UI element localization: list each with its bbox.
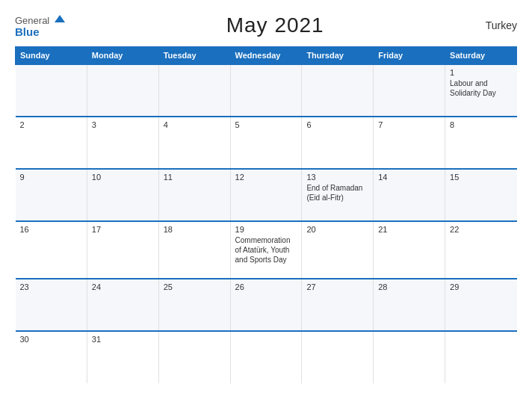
day-number: 2 — [20, 120, 82, 129]
calendar-cell: 14 — [374, 169, 445, 221]
day-number: 23 — [20, 282, 82, 291]
day-number: 7 — [378, 120, 440, 129]
day-number: 26 — [235, 282, 297, 291]
event-label: End of Ramadan (Eid al-Fitr) — [306, 184, 362, 202]
calendar-cell: 7 — [374, 117, 445, 169]
calendar-cell: 13End of Ramadan (Eid al-Fitr) — [302, 169, 374, 221]
calendar-cell: 27 — [302, 279, 374, 331]
day-number: 30 — [20, 335, 82, 344]
day-number: 11 — [164, 173, 226, 182]
calendar-cell: 29 — [445, 279, 517, 331]
calendar-cell — [445, 331, 517, 383]
weekday-header: Friday — [374, 47, 445, 65]
day-number: 6 — [306, 120, 368, 129]
calendar-title: May 2021 — [226, 13, 324, 37]
day-number: 1 — [450, 68, 512, 77]
weekday-header: Wednesday — [230, 47, 302, 65]
calendar-cell: 30 — [16, 331, 87, 383]
calendar-cell: 17 — [87, 221, 158, 279]
day-number: 25 — [164, 282, 226, 291]
day-number: 22 — [450, 225, 512, 234]
calendar-cell: 6 — [302, 117, 374, 169]
calendar-cell: 15 — [445, 169, 517, 221]
day-number: 8 — [450, 120, 512, 129]
weekday-header: Thursday — [302, 47, 374, 65]
calendar-cell — [230, 331, 302, 383]
logo-triangle-icon — [55, 15, 65, 22]
calendar-week-row: 1Labour and Solidarity Day — [16, 64, 517, 117]
weekday-header: Sunday — [16, 47, 87, 65]
day-number: 10 — [92, 173, 154, 182]
calendar-cell: 3 — [87, 117, 158, 169]
day-number: 13 — [306, 173, 368, 182]
calendar-table: SundayMondayTuesdayWednesdayThursdayFrid… — [15, 46, 517, 383]
calendar-cell: 18 — [158, 221, 230, 279]
calendar-cell — [158, 331, 230, 383]
day-number: 17 — [92, 225, 154, 234]
calendar-header: SundayMondayTuesdayWednesdayThursdayFrid… — [16, 47, 517, 65]
calendar-week-row: 910111213End of Ramadan (Eid al-Fitr)141… — [16, 169, 517, 221]
day-number: 31 — [92, 335, 154, 344]
calendar-week-row: 3031 — [16, 331, 517, 383]
calendar-cell: 21 — [374, 221, 445, 279]
calendar-cell: 20 — [302, 221, 374, 279]
header: General Blue May 2021 Turkey — [15, 13, 517, 37]
day-number: 3 — [92, 120, 154, 129]
day-number: 18 — [164, 225, 226, 234]
calendar-cell: 8 — [445, 117, 517, 169]
day-number: 15 — [450, 173, 512, 182]
calendar-cell — [230, 64, 302, 117]
calendar-cell: 23 — [16, 279, 87, 331]
calendar-week-row: 23242526272829 — [16, 279, 517, 331]
calendar-cell — [16, 64, 87, 117]
weekday-header: Tuesday — [158, 47, 230, 65]
calendar-cell — [302, 331, 374, 383]
calendar-cell: 1Labour and Solidarity Day — [445, 64, 517, 117]
day-number: 14 — [378, 173, 440, 182]
day-number: 24 — [92, 282, 154, 291]
calendar-cell — [302, 64, 374, 117]
logo-general: General — [15, 14, 65, 26]
event-label: Commemoration of Atatürk, Youth and Spor… — [235, 236, 291, 264]
day-number: 9 — [20, 173, 82, 182]
calendar-cell — [87, 64, 158, 117]
calendar-cell: 9 — [16, 169, 87, 221]
day-number: 16 — [20, 225, 82, 234]
calendar-week-row: 16171819Commemoration of Atatürk, Youth … — [16, 221, 517, 279]
calendar-cell: 19Commemoration of Atatürk, Youth and Sp… — [230, 221, 302, 279]
day-number: 19 — [235, 225, 297, 234]
day-number: 5 — [235, 120, 297, 129]
calendar-page: General Blue May 2021 Turkey SundayMonda… — [0, 0, 532, 411]
calendar-week-row: 2345678 — [16, 117, 517, 169]
logo-general-text: General — [15, 15, 49, 26]
calendar-cell — [158, 64, 230, 117]
event-label: Labour and Solidarity Day — [450, 79, 496, 97]
calendar-cell: 24 — [87, 279, 158, 331]
calendar-cell: 28 — [374, 279, 445, 331]
day-number: 21 — [378, 225, 440, 234]
weekday-header: Saturday — [445, 47, 517, 65]
calendar-cell: 16 — [16, 221, 87, 279]
day-number: 20 — [306, 225, 368, 234]
calendar-cell: 4 — [158, 117, 230, 169]
calendar-cell: 2 — [16, 117, 87, 169]
calendar-cell: 31 — [87, 331, 158, 383]
logo-blue-text: Blue — [15, 26, 65, 37]
logo: General Blue — [15, 14, 65, 37]
calendar-cell: 25 — [158, 279, 230, 331]
calendar-cell — [374, 64, 445, 117]
day-number: 28 — [378, 282, 440, 291]
weekday-row: SundayMondayTuesdayWednesdayThursdayFrid… — [16, 47, 517, 65]
calendar-cell — [374, 331, 445, 383]
calendar-cell: 10 — [87, 169, 158, 221]
day-number: 12 — [235, 173, 297, 182]
calendar-cell: 5 — [230, 117, 302, 169]
country-label: Turkey — [486, 19, 517, 31]
calendar-body: 1Labour and Solidarity Day23456789101112… — [16, 64, 517, 383]
day-number: 29 — [450, 282, 512, 291]
calendar-cell: 26 — [230, 279, 302, 331]
day-number: 27 — [306, 282, 368, 291]
calendar-cell: 12 — [230, 169, 302, 221]
calendar-cell: 22 — [445, 221, 517, 279]
weekday-header: Monday — [87, 47, 158, 65]
